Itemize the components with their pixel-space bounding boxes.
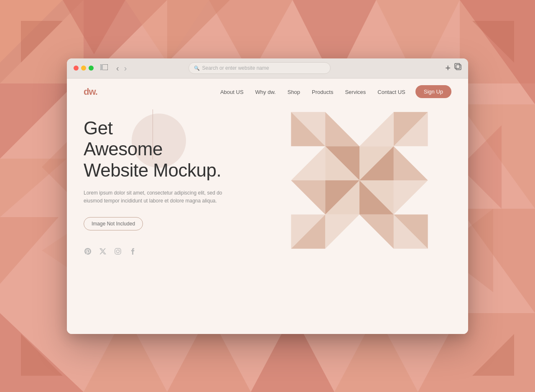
traffic-light-red[interactable] [74,66,79,71]
instagram-icon[interactable] [114,247,122,255]
site-logo: dw. [84,86,97,97]
site-content: dw. About US Why dw. Shop Products Servi… [67,78,468,334]
sidebar-toggle-icon[interactable] [100,64,108,72]
site-nav: dw. About US Why dw. Shop Products Servi… [67,78,468,105]
traffic-light-yellow[interactable] [81,66,86,71]
browser-chrome: ‹ › 🔍 Search or enter website name + [67,58,468,78]
svg-marker-55 [325,112,359,146]
nav-item-products[interactable]: Products [312,89,333,95]
nav-item-services[interactable]: Services [345,89,366,95]
svg-marker-58 [359,214,394,248]
nav-item-why[interactable]: Why dw. [255,89,276,95]
svg-marker-59 [291,146,325,180]
svg-marker-60 [291,180,325,215]
svg-marker-56 [359,112,394,146]
signup-button[interactable]: Sign Up [415,85,451,98]
nav-item-about[interactable]: About US [220,89,244,95]
traffic-lights [74,66,94,71]
svg-rect-34 [455,63,460,68]
svg-point-37 [117,250,120,253]
browser-window: ‹ › 🔍 Search or enter website name + dw.… [67,58,468,334]
svg-marker-62 [394,180,428,215]
nav-item-contact[interactable]: Contact US [377,89,405,95]
svg-marker-57 [325,214,359,248]
social-icons [84,247,242,255]
nav-item-shop[interactable]: Shop [288,89,300,95]
nav-links: About US Why dw. Shop Products Services … [220,88,405,96]
add-tab-button[interactable]: + [445,63,451,73]
tabs-button[interactable] [454,63,461,73]
svg-marker-61 [394,146,428,180]
url-placeholder: Search or enter website name [202,65,269,71]
svg-rect-35 [456,65,461,70]
nav-arrows: ‹ › [115,63,128,74]
traffic-light-green[interactable] [89,66,94,71]
forward-button[interactable]: › [122,63,129,74]
twitter-icon[interactable] [99,247,107,255]
hero-description: Lorem ipsum dolor sit amet, consectetur … [84,189,226,205]
facebook-icon[interactable] [129,247,137,255]
hero-left: Get Awesome Website Mockup. Lorem ipsum … [84,109,242,255]
pinwheel-graphic [251,97,468,264]
hero-section: Get Awesome Website Mockup. Lorem ipsum … [67,105,468,334]
hero-heading-line2: Awesome [84,139,163,159]
url-bar[interactable]: 🔍 Search or enter website name [189,62,331,74]
svg-rect-33 [100,64,103,70]
hero-heading-line3: Website Mockup. [84,160,221,180]
hero-heading: Get Awesome Website Mockup. [84,118,242,181]
svg-point-38 [119,249,120,250]
svg-rect-36 [115,248,121,254]
search-icon: 🔍 [194,66,200,71]
hero-heading-line1: Get [84,118,112,138]
back-button[interactable]: ‹ [115,63,121,74]
pinterest-icon[interactable] [84,247,92,255]
image-not-included-button[interactable]: Image Not Included [84,217,143,230]
browser-actions: + [445,63,461,73]
